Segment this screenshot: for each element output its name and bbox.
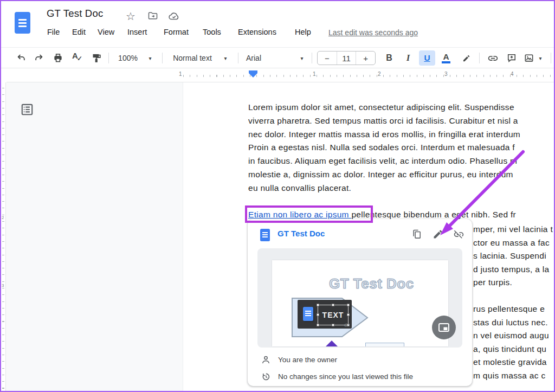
menu-view[interactable]: View bbox=[98, 28, 114, 36]
menu-format[interactable]: Format bbox=[164, 28, 189, 36]
doc-text-fragment: et molestie gravida bbox=[473, 355, 547, 369]
font-size-input[interactable]: 11 bbox=[337, 52, 357, 65]
insert-image-dropdown-icon[interactable]: ▾ bbox=[537, 48, 544, 68]
insert-image-button[interactable] bbox=[522, 48, 536, 68]
edit-link-button[interactable] bbox=[431, 228, 444, 241]
menu-edit[interactable]: Edit bbox=[72, 28, 86, 36]
etiam-hyperlink[interactable]: Etiam non libero ac ipsum bbox=[248, 210, 351, 219]
docs-file-icon bbox=[260, 229, 270, 241]
google-docs-window: GT Test Doc ☆ File Edit View Insert Form… bbox=[0, 0, 555, 392]
doc-thumbnail[interactable]: GT Test Doc TEXT bbox=[257, 248, 462, 348]
mini-docs-icon bbox=[303, 307, 313, 321]
last-edit-status[interactable]: Last edit was seconds ago bbox=[328, 28, 418, 37]
doc-text-line: nec dolor. Integer mattis massa id eros … bbox=[248, 127, 520, 141]
menu-insert[interactable]: Insert bbox=[127, 28, 147, 36]
doc-text-fragment: n vel euismod augu bbox=[473, 329, 549, 342]
doc-text-line: Proin a egestas nisl. Nulla sed sodales … bbox=[248, 140, 515, 154]
doc-text-fragment: a, quis tincidunt qu bbox=[473, 342, 546, 356]
bold-button[interactable]: B bbox=[382, 48, 396, 68]
italic-button[interactable]: I bbox=[401, 48, 415, 68]
increase-font-size-button[interactable]: + bbox=[356, 52, 375, 65]
star-icon[interactable]: ☆ bbox=[126, 10, 135, 23]
thumbnail-text-label: TEXT bbox=[322, 311, 344, 319]
paragraph-style-select[interactable]: Normal text bbox=[170, 48, 215, 68]
move-folder-icon[interactable] bbox=[147, 10, 158, 23]
show-outline-button[interactable] bbox=[17, 100, 37, 119]
doc-text-fragment: m quis massa ac c bbox=[473, 369, 545, 382]
font-family-dropdown-icon[interactable]: ▾ bbox=[298, 48, 306, 68]
insert-link-button[interactable] bbox=[486, 48, 500, 68]
owner-row: You are the owner bbox=[261, 355, 337, 365]
doc-text-fragment: mper, mi vel lacinia t bbox=[473, 222, 553, 236]
card-doc-title-link[interactable]: GT Test Doc bbox=[278, 229, 325, 238]
remove-link-button[interactable] bbox=[452, 228, 465, 241]
menu-extensions[interactable]: Extensions bbox=[238, 28, 276, 36]
ruler-number: 1 bbox=[313, 71, 316, 77]
print-button[interactable] bbox=[51, 48, 65, 68]
add-comment-button[interactable] bbox=[505, 48, 519, 68]
owner-text: You are the owner bbox=[278, 356, 337, 364]
history-icon bbox=[261, 371, 271, 382]
open-preview-button[interactable] bbox=[432, 316, 456, 339]
person-icon bbox=[261, 355, 271, 365]
text-color-button[interactable]: A bbox=[439, 48, 453, 68]
horizontal-ruler: 1 1 2 3 4 bbox=[7, 68, 554, 82]
doc-text-fragment: s lacinia. Suspendi bbox=[473, 249, 546, 262]
doc-text-fragment: per turpis. bbox=[473, 275, 512, 289]
ruler-number: 2 bbox=[2, 215, 4, 220]
paragraph-style-dropdown-icon[interactable]: ▾ bbox=[222, 48, 229, 68]
doc-text-fragment: ctor eu massa a fac bbox=[473, 236, 550, 249]
indent-marker[interactable] bbox=[249, 70, 257, 78]
font-family-select[interactable]: Arial bbox=[246, 48, 268, 68]
underline-button[interactable]: U bbox=[419, 50, 435, 66]
ruler-number: 4 bbox=[511, 71, 514, 77]
spelling-check-button[interactable]: A ✓ bbox=[70, 48, 85, 68]
thumbnail-text-box: TEXT Gt bbox=[298, 300, 352, 329]
menu-tools[interactable]: Tools bbox=[203, 28, 221, 36]
doc-text-line: eu nulla convallis placerat. bbox=[248, 181, 351, 195]
thumbnail-rectangle-shape bbox=[365, 343, 404, 346]
doc-text-after-link: pellentesque bibendum a eget nibh. Sed f… bbox=[351, 210, 516, 219]
thumbnail-triangle-shape bbox=[325, 340, 338, 346]
highlight-color-button[interactable] bbox=[459, 48, 473, 68]
thumbnail-page: GT Test Doc TEXT bbox=[272, 260, 448, 346]
thumbnail-doc-title: GT Test Doc bbox=[329, 275, 414, 292]
thumbnail-watermark: Gt bbox=[344, 323, 349, 327]
vertical-ruler: 2 3 bbox=[1, 82, 6, 392]
menu-help[interactable]: Help bbox=[295, 28, 311, 36]
ruler-number: 1 bbox=[179, 71, 182, 77]
redo-button[interactable] bbox=[32, 48, 46, 68]
header-bar: GT Test Doc ☆ File Edit View Insert Form… bbox=[1, 1, 554, 48]
doc-text-line: molestie a, dignissim ac dolor. Integer … bbox=[248, 168, 513, 181]
paint-format-button[interactable] bbox=[90, 48, 104, 68]
doc-text-fragment: rus pellentesque e bbox=[473, 302, 545, 316]
menu-file[interactable]: File bbox=[47, 28, 60, 36]
changes-row: No changes since you last viewed this fi… bbox=[261, 371, 413, 382]
cloud-saved-icon[interactable] bbox=[168, 11, 180, 23]
font-size-group: − 11 + bbox=[317, 51, 376, 65]
doc-text-line: in faucibus. Aliquam eget facilisis veli… bbox=[248, 154, 517, 168]
undo-button[interactable] bbox=[14, 48, 28, 68]
zoom-select[interactable]: 100% bbox=[116, 48, 140, 68]
document-title[interactable]: GT Test Doc bbox=[47, 8, 103, 20]
zoom-dropdown-icon[interactable]: ▾ bbox=[146, 48, 154, 68]
toolbar: A ✓ 100% ▾ Normal text ▾ Arial ▾ − 11 + … bbox=[1, 48, 554, 68]
doc-text-line: Lorem ipsum dolor sit amet, consectetur … bbox=[248, 100, 514, 114]
doc-text-line: viverra pharetra. Sed tempus mattis orci… bbox=[248, 114, 518, 127]
copy-link-button[interactable] bbox=[410, 228, 423, 241]
decrease-font-size-button[interactable]: − bbox=[318, 52, 337, 65]
doc-text-fragment: d justo tempus, a la bbox=[473, 262, 549, 276]
doc-text-fragment: stas dui luctus nec. bbox=[473, 316, 548, 329]
ruler-number: 3 bbox=[2, 283, 4, 288]
changes-text: No changes since you last viewed this fi… bbox=[278, 372, 413, 381]
ruler-number: 2 bbox=[378, 71, 381, 77]
link-preview-card: GT Test Doc GT Test Doc bbox=[248, 219, 472, 386]
ruler-number: 3 bbox=[444, 71, 448, 77]
google-docs-logo-icon[interactable] bbox=[15, 12, 30, 34]
